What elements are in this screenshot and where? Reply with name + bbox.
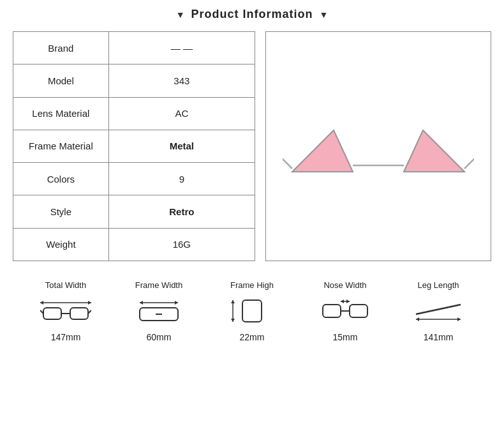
measure-label: Leg Length (417, 280, 459, 290)
table-row-label: Lens Material (13, 97, 109, 130)
measure-value: 22mm (240, 332, 265, 342)
table-row-label: Weight (13, 228, 109, 261)
measure-item-leg-length: Leg Length 141mm (397, 280, 480, 342)
table-row-label: Brand (13, 32, 109, 64)
triangle-right-icon: ▼ (320, 10, 329, 20)
svg-rect-10 (70, 308, 88, 319)
table-row-label: Model (13, 64, 109, 97)
svg-line-32 (416, 305, 461, 314)
measure-label: Frame Width (135, 280, 182, 290)
table-row-label: Frame Material (13, 130, 109, 162)
frame-high-icon (226, 295, 278, 327)
product-info-table: Brand— —Model343Lens MaterialACFrame Mat… (13, 31, 255, 261)
svg-marker-20 (140, 301, 143, 305)
table-row-value: Metal (108, 130, 255, 162)
page-wrapper: ▼ Product Information ▼ Brand— —Model343… (0, 0, 504, 355)
frame-width-icon (133, 295, 184, 327)
header: ▼ Product Information ▼ (13, 0, 491, 31)
sunglasses-image (283, 89, 474, 204)
svg-rect-26 (323, 305, 341, 317)
table-row-value: — — (108, 32, 255, 64)
svg-rect-27 (350, 305, 367, 317)
measurements-section: Total Width 147mmFrame Width 60mmFrame H… (13, 274, 491, 342)
triangle-left-icon: ▼ (176, 10, 185, 20)
svg-marker-30 (341, 299, 344, 303)
measure-label: Frame High (230, 280, 274, 290)
table-row-value: 16G (108, 228, 255, 261)
svg-rect-22 (242, 300, 262, 322)
page-title: Product Information (191, 8, 313, 21)
measure-value: 15mm (333, 332, 358, 342)
measure-value: 60mm (147, 332, 172, 342)
measure-label: Nose Width (323, 280, 366, 290)
product-image-box (265, 31, 491, 261)
measure-value: 141mm (424, 332, 454, 342)
svg-marker-35 (457, 317, 461, 321)
svg-marker-16 (88, 301, 91, 305)
svg-line-4 (464, 156, 474, 169)
total-width-icon (40, 295, 91, 327)
nose-width-icon (320, 295, 371, 327)
svg-marker-34 (416, 317, 419, 321)
svg-marker-25 (231, 319, 235, 322)
measure-value: 147mm (51, 332, 81, 342)
table-row-value: AC (108, 97, 255, 130)
measure-item-total-width: Total Width 147mm (24, 280, 107, 342)
svg-marker-15 (40, 301, 43, 305)
main-content: Brand— —Model343Lens MaterialACFrame Mat… (13, 31, 491, 261)
measure-item-frame-high: Frame High 22mm (211, 280, 293, 342)
measure-item-nose-width: Nose Width 15mm (304, 280, 387, 342)
table-row-value: 9 (108, 163, 255, 195)
svg-marker-31 (346, 299, 350, 303)
measure-label: Total Width (45, 280, 86, 290)
table-row-value: Retro (108, 195, 255, 228)
table-row-value: 343 (108, 64, 255, 97)
table-row-label: Colors (13, 163, 109, 195)
measure-item-frame-width: Frame Width 60mm (117, 280, 200, 342)
leg-length-icon (413, 295, 464, 327)
svg-marker-21 (175, 301, 178, 305)
svg-line-3 (283, 156, 292, 169)
table-row-label: Style (13, 195, 109, 228)
svg-marker-24 (231, 300, 235, 303)
svg-rect-9 (43, 308, 61, 319)
